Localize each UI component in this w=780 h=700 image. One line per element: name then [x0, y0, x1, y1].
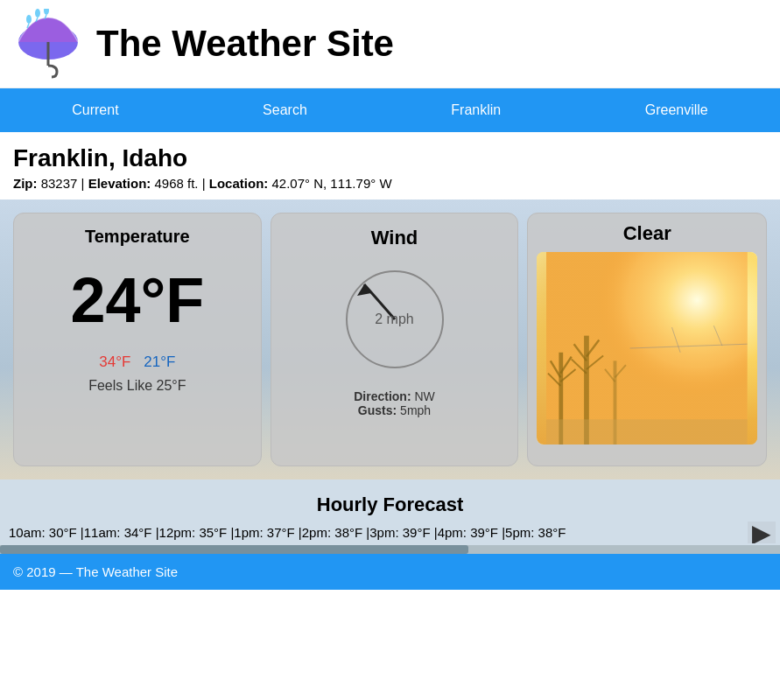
hourly-bar-wrapper: 10am: 30°F | 11am: 34°F | 12pm: 35°F | 1… [0, 522, 780, 543]
zip-label: Zip: [13, 176, 38, 191]
wind-card-title: Wind [371, 227, 418, 249]
hourly-scrollbar[interactable] [0, 545, 780, 554]
direction-value: NW [414, 389, 434, 403]
gusts-label: Gusts: [358, 403, 397, 417]
sky-card: Clear [527, 213, 767, 466]
nav-item-franklin[interactable]: Franklin [425, 88, 527, 132]
elevation-label: Elevation: [88, 176, 151, 191]
location-section: Franklin, Idaho Zip: 83237 | Elevation: … [0, 132, 780, 200]
temperature-card-title: Temperature [85, 227, 190, 247]
coordinates-value: 42.07° N, 111.79° W [271, 176, 391, 191]
wind-details: Direction: NW Gusts: 5mph [354, 389, 435, 417]
wind-speed: 2 mph [375, 312, 413, 327]
hourly-item: 11am: 34°F | [84, 525, 159, 540]
wind-card: Wind 2 mph Direction: NW Gusts: 5mph [271, 213, 519, 466]
temp-high: 34°F [99, 354, 130, 371]
hourly-item: 1pm: 37°F | [234, 525, 301, 540]
temp-low: 21°F [144, 354, 175, 371]
svg-rect-29 [546, 419, 748, 444]
direction-label: Direction: [354, 389, 411, 403]
main-nav: Current Search Franklin Greenville [0, 88, 780, 132]
nav-item-greenville[interactable]: Greenville [619, 88, 734, 132]
sky-image-inner [537, 252, 757, 444]
nav-item-current[interactable]: Current [46, 88, 144, 132]
svg-point-4 [44, 9, 49, 15]
footer: © 2019 — The Weather Site [0, 554, 780, 590]
location-name: Franklin, Idaho [13, 144, 767, 172]
site-logo [13, 9, 83, 79]
feels-like: Feels Like 25°F [88, 378, 186, 394]
hourly-item: 4pm: 39°F | [438, 525, 505, 540]
svg-point-2 [26, 15, 32, 24]
hourly-item: 3pm: 39°F | [369, 525, 437, 540]
separator1: | [81, 176, 88, 191]
header: The Weather Site [0, 0, 780, 88]
sky-svg [537, 252, 757, 444]
location-details: Zip: 83237 | Elevation: 4968 ft. | Locat… [13, 176, 767, 191]
sky-card-title: Clear [623, 222, 671, 245]
wind-circle-container: 2 mph [338, 262, 452, 376]
weather-area: Temperature 24°F 34°F 21°F Feels Like 25… [0, 200, 780, 480]
hourly-next-arrow[interactable]: ▶ [748, 522, 776, 543]
gusts-value: 5mph [400, 403, 431, 417]
location-label: Location: [209, 176, 269, 191]
zip-value: 83237 [41, 176, 78, 191]
temp-hilo: 34°F 21°F [99, 354, 175, 371]
nav-item-search[interactable]: Search [236, 88, 334, 132]
site-title: The Weather Site [96, 23, 394, 65]
elevation-value: 4968 ft. [155, 176, 199, 191]
logo-svg [13, 9, 83, 79]
hourly-item: 5pm: 38°F [505, 525, 566, 540]
hourly-item: 2pm: 38°F | [302, 525, 369, 540]
hourly-scrollbar-thumb[interactable] [0, 545, 468, 554]
hourly-section: Hourly Forecast 10am: 30°F | 11am: 34°F … [0, 480, 780, 554]
footer-text: © 2019 — The Weather Site [13, 564, 178, 579]
hourly-bar: 10am: 30°F | 11am: 34°F | 12pm: 35°F | 1… [0, 522, 780, 543]
hourly-item: 12pm: 35°F | [159, 525, 235, 540]
hourly-forecast-title: Hourly Forecast [0, 486, 780, 522]
svg-point-3 [35, 9, 40, 18]
hourly-item: 10am: 30°F | [9, 525, 84, 540]
sky-image [537, 252, 757, 444]
temperature-value: 24°F [70, 264, 204, 336]
separator2: | [202, 176, 209, 191]
temperature-card: Temperature 24°F 34°F 21°F Feels Like 25… [13, 213, 262, 466]
